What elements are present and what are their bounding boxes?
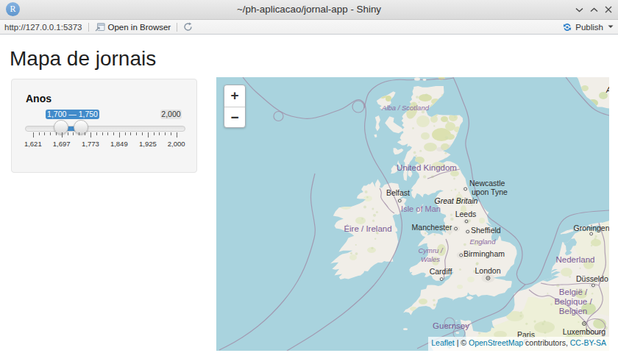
svg-text:Newcastle: Newcastle: [469, 179, 505, 188]
svg-text:Belgien: Belgien: [559, 307, 587, 315]
svg-text:Cardiff: Cardiff: [430, 267, 452, 276]
svg-text:Guernsey: Guernsey: [433, 321, 469, 330]
svg-text:België /: België /: [559, 288, 588, 296]
svg-text:Birmingham: Birmingham: [464, 249, 505, 258]
svg-text:Belfast: Belfast: [386, 188, 410, 197]
svg-text:Groningen: Groningen: [573, 224, 609, 232]
svg-text:Düsseldo: Düsseldo: [576, 274, 608, 283]
svg-text:Leeds: Leeds: [455, 210, 477, 218]
svg-text:Nederland: Nederland: [555, 255, 594, 264]
svg-text:A: A: [605, 86, 609, 94]
svg-text:England: England: [470, 238, 497, 246]
svg-text:Belgique /: Belgique /: [554, 297, 592, 306]
svg-text:Manchester: Manchester: [412, 223, 452, 232]
svg-text:upon Tyne: upon Tyne: [472, 188, 508, 196]
svg-text:London: London: [475, 266, 500, 275]
svg-text:Isle of Man: Isle of Man: [401, 204, 441, 213]
svg-text:Cymru /: Cymru /: [418, 246, 444, 254]
svg-text:Sheffield: Sheffield: [471, 226, 501, 235]
svg-text:Éire / Ireland: Éire / Ireland: [344, 224, 391, 233]
svg-text:Wales: Wales: [421, 255, 440, 263]
svg-text:Great Britain: Great Britain: [435, 196, 478, 205]
svg-text:Alba / Scotland: Alba / Scotland: [381, 104, 430, 112]
svg-text:Luxembourg: Luxembourg: [563, 327, 606, 336]
svg-text:United Kingdom: United Kingdom: [397, 163, 457, 172]
